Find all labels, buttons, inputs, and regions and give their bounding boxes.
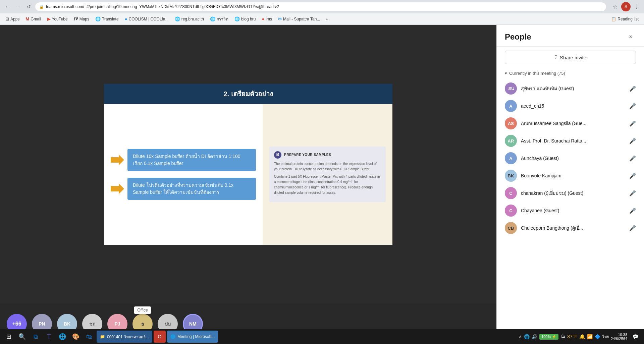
step1-box: Dilute 10x Sample buffer ด้วยน้ำ DI อัตร… [111, 149, 256, 171]
taskbar-right: ∧ 🌐 🔊 100% ⚡ 🌤 87°F 🔔 📶 🔷 ไทย 10:38 24/6… [519, 331, 641, 343]
blog-icon: 🌐 [234, 16, 240, 21]
list-item[interactable]: สน สุพัทรา แดงทับทิม (Guest) 🎤 [501, 80, 640, 97]
url-text: teams.microsoft.com/_#/pre-join-calling/… [46, 4, 602, 9]
step1-text: Dilute 10x Sample buffer ด้วยน้ำ DI อัตร… [127, 149, 256, 171]
forward-button[interactable]: → [13, 2, 23, 11]
bookmark-lms[interactable]: ● lms [259, 15, 275, 22]
mute-icon: 🎤 [629, 225, 636, 231]
file-explorer-taskbar-item[interactable]: 📁 0001401 วิทยาศาสตร์... [97, 331, 152, 343]
menu-button[interactable]: ⋮ [632, 2, 641, 11]
weather-icon: 🌤 [560, 334, 565, 339]
chevron-down-icon: ▾ [505, 71, 507, 76]
person-name: aeed_ch15 [521, 103, 625, 109]
browser-actions: ☆ S ⋮ [610, 2, 641, 11]
prepare-title: PREPARE YOUR SAMPLES [284, 152, 331, 158]
reading-list-button[interactable]: 📋 Reading list [608, 16, 641, 22]
arrow1-icon [111, 153, 124, 167]
bookmark-coolism[interactable]: ● COOLISM | COOLfa... [122, 15, 171, 22]
meeting-section-toggle[interactable]: ▾ Currently in this meeting (75) [505, 69, 636, 77]
arrow2-icon [111, 182, 124, 195]
people-panel: People × ⤴ Share invite ▾ Currently in t… [496, 25, 644, 344]
mute-icon: 🎤 [629, 138, 636, 144]
bookmark-krawit[interactable]: 🌐 กราวิท [207, 15, 231, 23]
teams-icon-button[interactable]: O [154, 331, 166, 343]
share-invite-button[interactable]: ⤴ Share invite [505, 51, 636, 64]
search-button[interactable]: 🔍 [16, 331, 28, 343]
list-item[interactable]: C chanakran (ผู้เยี่ยมชม) (Guest) 🎤 [501, 184, 640, 202]
avatar: CB [505, 222, 517, 234]
speaker-icon: 🔊 [532, 334, 537, 339]
person-name: Asst. Prof. Dr. Surachai Ratta... [521, 138, 625, 144]
paint-button[interactable]: 🎨 [70, 331, 82, 343]
list-item[interactable]: C Chayanee (Guest) 🎤 [501, 202, 640, 219]
profile-button[interactable]: S [621, 2, 631, 11]
bookmark-maps[interactable]: 🗺 Maps [71, 15, 92, 22]
people-list: สน สุพัทรา แดงทับทิม (Guest) 🎤 A aeed_ch… [497, 80, 644, 344]
start-button[interactable]: ⊞ [3, 331, 15, 343]
bookmark-mail[interactable]: ✉ Mail - Supattra Tan... [275, 15, 323, 22]
list-item[interactable]: A Aunchaya (Guest) 🎤 [501, 150, 640, 167]
refresh-button[interactable]: ↺ [24, 2, 34, 11]
people-panel-title: People [505, 32, 531, 42]
mute-icon: 🎤 [629, 85, 636, 92]
mute-icon: 🎤 [629, 173, 636, 179]
avatar: AS [505, 117, 517, 129]
file-explorer-icon: 📁 [100, 334, 105, 339]
mute-icon: 🎤 [629, 208, 636, 214]
slide-right: B PREPARE YOUR SAMPLES The optimal prote… [263, 104, 392, 245]
avatar: AR [505, 135, 517, 147]
bookmark-translate[interactable]: 🌐 Translate [93, 15, 121, 22]
bookmark-reg[interactable]: 🌐 reg.bru.ac.th [172, 15, 207, 22]
bluetooth-icon: 🔷 [595, 334, 600, 339]
network-icon: 🌐 [524, 334, 530, 339]
list-item[interactable]: A aeed_ch15 🎤 [501, 97, 640, 115]
reg-icon: 🌐 [175, 16, 180, 21]
meeting-taskbar-item[interactable]: 🌐 Meeting | Microsoft... [167, 331, 218, 343]
apps-grid-icon: ⊞ [5, 16, 9, 21]
language-indicator: ไทย [602, 334, 609, 340]
meeting-section-label: Currently in this meeting (75) [509, 71, 565, 76]
teams-taskbar-button[interactable]: T [43, 331, 55, 343]
bookmark-youtube[interactable]: ▶ YouTube [45, 15, 70, 22]
bookmark-blog[interactable]: 🌐 blog bru [232, 15, 258, 22]
edge-button[interactable]: 🌐 [56, 331, 68, 343]
notification-center-button[interactable]: 💬 [629, 331, 641, 343]
bookmark-gmail[interactable]: M Gmail [23, 15, 44, 22]
list-item[interactable]: AR Asst. Prof. Dr. Surachai Ratta... 🎤 [501, 132, 640, 150]
taskbar-clock: 10:38 24/6/2564 [611, 333, 627, 341]
bookmark-apps[interactable]: ⊞ Apps [3, 15, 22, 22]
avatar: C [505, 205, 517, 217]
share-icon: ⤴ [554, 54, 557, 60]
list-item[interactable]: AS Arunrussamee Sangsila (Gue... 🎤 [501, 115, 640, 132]
list-item[interactable]: CB Chuleeporn Bungthong (ผู้เยี่... 🎤 [501, 219, 640, 237]
charge-icon: ⚡ [552, 335, 556, 339]
store-button[interactable]: 🛍 [83, 331, 95, 343]
person-name: สุพัทรา แดงทับทิม (Guest) [521, 85, 625, 92]
person-name: chanakran (ผู้เยี่ยมชม) (Guest) [521, 189, 625, 197]
list-item[interactable]: BK Boonyote Kamjijam 🎤 [501, 167, 640, 184]
address-bar[interactable]: 🔒 teams.microsoft.com/_#/pre-join-callin… [35, 2, 606, 11]
more-bookmarks-button[interactable]: » [323, 14, 330, 24]
lms-icon: ● [262, 16, 264, 21]
taskbar: ⊞ 🔍 ⧉ T 🌐 🎨 🛍 📁 0001401 วิทยาศาสตร์... O… [0, 329, 644, 344]
person-name: Chayanee (Guest) [521, 208, 625, 213]
back-button[interactable]: ← [3, 2, 12, 11]
mute-icon: 🎤 [629, 155, 636, 162]
battery-badge: 100% ⚡ [539, 334, 558, 340]
main-content: 2. เตรียมตัวอย่าง Dilute 10x Sample buff… [0, 25, 644, 344]
coolism-icon: ● [125, 16, 127, 21]
chevron-up-icon[interactable]: ∧ [519, 334, 522, 339]
avatar: สน [505, 82, 517, 95]
person-name: Chuleeporn Bungthong (ผู้เยี่... [521, 224, 625, 232]
close-people-panel-button[interactable]: × [625, 32, 636, 42]
notification-icon[interactable]: 🔔 [579, 334, 585, 339]
mute-icon: 🎤 [629, 120, 636, 127]
task-view-button[interactable]: ⧉ [30, 331, 42, 343]
lock-icon: 🔒 [39, 5, 44, 9]
step2-text: Dilute โปรตีนตัวอย่างที่ทราบความเข้มข้นก… [127, 178, 256, 200]
prepare-b-icon: B [274, 151, 281, 159]
maps-icon: 🗺 [74, 16, 78, 21]
svg-marker-1 [111, 183, 124, 194]
avatar: A [505, 100, 517, 112]
bookmark-star-button[interactable]: ☆ [610, 2, 620, 11]
